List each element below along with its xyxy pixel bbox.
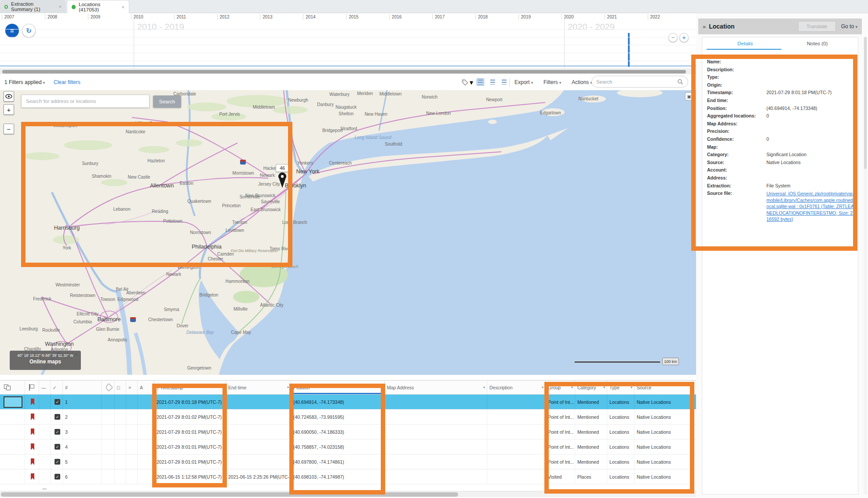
table-row[interactable]: ✓32021-07-29 8:01:01 PM(UTC-7)(40.690050…: [0, 425, 696, 439]
timeline-zoom-in-button[interactable]: +: [679, 33, 689, 42]
column-header-source[interactable]: Source: [635, 381, 693, 394]
map-city-label: Long Branch: [282, 220, 307, 225]
bookmark-icon[interactable]: [31, 414, 34, 420]
map-city-label: York: [62, 245, 71, 250]
tab-locations[interactable]: Locations (417053) ×: [67, 0, 129, 13]
tab-details[interactable]: Details: [737, 41, 753, 46]
table-search-box[interactable]: [591, 76, 688, 88]
column-header-dash[interactable]: —: [39, 381, 51, 394]
year-tick: [217, 14, 218, 20]
tab-extraction-summary[interactable]: Extraction Summary (1) ×: [0, 0, 66, 13]
scrollbar-thumb[interactable]: [864, 37, 867, 169]
timeline-legend-button[interactable]: ≡: [5, 24, 19, 37]
cell-timestamp: 2021-07-29 8:01:01 PM(UTC-7): [154, 425, 226, 439]
goto-dropdown[interactable]: Go to ▾: [841, 23, 857, 29]
map-search-box[interactable]: [21, 95, 150, 108]
map-cluster-count[interactable]: 46: [276, 164, 289, 172]
map-view[interactable]: New YorkBrooklynPhiladelphiaBaltimoreWas…: [0, 90, 696, 375]
filter-caret-icon[interactable]: ▾: [631, 385, 632, 389]
column-header-description[interactable]: Description▾: [487, 381, 546, 394]
table-row-partial[interactable]: —: [0, 484, 696, 491]
row-checkbox[interactable]: ✓: [55, 444, 60, 450]
scrollbar-thumb[interactable]: [1, 492, 458, 497]
timeline-refresh-button[interactable]: ↻: [22, 24, 36, 37]
timeline-scrollbar[interactable]: [0, 69, 696, 74]
row-checkbox[interactable]: ✓: [55, 414, 60, 420]
filter-caret-icon[interactable]: ▾: [483, 385, 485, 389]
tab-notes[interactable]: Notes (0): [807, 41, 828, 46]
map-overview-button[interactable]: ▣: [685, 92, 693, 100]
column-header-category[interactable]: Category▾: [575, 381, 607, 394]
row-checkbox[interactable]: ✓: [55, 459, 60, 465]
map-scale-bar: [574, 361, 660, 363]
bookmark-icon[interactable]: [31, 443, 34, 450]
view-table-button[interactable]: [477, 78, 484, 86]
bookmark-icon[interactable]: [31, 399, 34, 405]
column-header-chk[interactable]: ✓: [51, 381, 63, 394]
actions-menu[interactable]: Actions▾: [572, 79, 592, 85]
filter-caret-icon[interactable]: ▾: [571, 385, 573, 389]
close-tab-icon[interactable]: ×: [59, 4, 62, 9]
cell-source: Native Locations: [635, 425, 693, 439]
column-header-position[interactable]: Position▾: [291, 381, 385, 394]
close-tab-icon[interactable]: ×: [122, 4, 124, 10]
table-row[interactable]: ✓22021-07-29 8:01:02 PM(UTC-7)(40.724583…: [0, 410, 696, 425]
column-header-bm[interactable]: [25, 381, 39, 394]
column-header-timestamp[interactable]: ↓Timestamp▾: [154, 381, 226, 394]
view-conversation-button[interactable]: [500, 78, 508, 86]
table-row[interactable]: ✓62021-06-15 1:12:58 PM(UTC-7)2021-06-15…: [0, 469, 696, 484]
field-value: [766, 174, 857, 182]
scrollbar-thumb[interactable]: [2, 70, 686, 73]
table-row[interactable]: ✓52021-07-29 8:01:01 PM(UTC-7)(40.697800…: [0, 454, 696, 469]
row-checkbox[interactable]: ✓: [55, 474, 60, 480]
column-header-tag[interactable]: [102, 381, 115, 394]
filters-menu[interactable]: Filters▾: [543, 79, 561, 85]
row-checkbox[interactable]: ✓: [55, 399, 60, 405]
bookmark-icon[interactable]: [31, 428, 34, 435]
column-header-num[interactable]: #: [63, 381, 102, 394]
column-header-group[interactable]: Group▾: [546, 381, 575, 394]
year-tick: [303, 14, 303, 20]
year-tick: [174, 14, 175, 20]
detail-field-row: Name:: [707, 58, 862, 66]
filter-caret-icon[interactable]: ▾: [287, 385, 289, 389]
toolbar: 1 Filters applied▾ Clear filters ▾ Expor…: [0, 74, 696, 90]
column-header-type[interactable]: Type▾: [607, 381, 635, 394]
column-header-box[interactable]: □: [115, 381, 126, 394]
translate-button[interactable]: Translate: [798, 21, 836, 32]
timeline-zoom-out-button[interactable]: −: [668, 33, 678, 42]
row-checkbox[interactable]: ✓: [55, 429, 60, 435]
filter-caret-icon[interactable]: ▾: [542, 385, 543, 389]
map-search-button[interactable]: Search: [153, 95, 181, 108]
column-header-xcol[interactable]: ×: [126, 381, 138, 394]
clear-filters-link[interactable]: Clear filters: [54, 79, 80, 85]
map-visibility-button[interactable]: [4, 91, 14, 102]
filter-caret-icon[interactable]: ▾: [603, 385, 605, 389]
column-header-end_time[interactable]: End time▾: [226, 381, 291, 394]
table-horizontal-scrollbar[interactable]: [0, 491, 696, 497]
bookmark-icon[interactable]: [31, 458, 34, 465]
source-file-link[interactable]: Universal_iOS Generic.zip/root/private/v…: [766, 190, 857, 223]
filters-applied-dropdown[interactable]: 1 Filters applied▾: [4, 79, 45, 85]
view-thumbnail-button[interactable]: [489, 78, 496, 86]
map-city-label: Bridgeton: [200, 293, 219, 297]
column-header-acol[interactable]: A: [138, 381, 154, 394]
export-menu[interactable]: Export▾: [514, 79, 533, 85]
map-zoom-in-button[interactable]: +: [4, 104, 14, 115]
details-panel-header: » Location Translate Go to ▾: [698, 18, 862, 34]
column-header-map_address[interactable]: Map Address▾: [385, 381, 487, 394]
table-row[interactable]: ✓42021-07-29 8:01:01 PM(UTC-7)(40.758857…: [0, 439, 696, 454]
panel-scrollbar[interactable]: [864, 37, 867, 494]
search-input[interactable]: [596, 79, 677, 84]
online-maps-button[interactable]: Online maps: [10, 359, 80, 365]
map-zoom-out-button[interactable]: −: [4, 124, 14, 134]
map-search-input[interactable]: [26, 99, 145, 104]
filter-caret-icon[interactable]: ▾: [222, 385, 224, 389]
table-row[interactable]: ✓12021-07-29 8:01:18 PM(UTC-7)(40.694914…: [0, 395, 696, 410]
tag-filter-button[interactable]: ▾: [462, 78, 473, 87]
bookmark-icon[interactable]: [31, 473, 34, 480]
filter-caret-icon[interactable]: ▾: [381, 385, 383, 389]
double-chevron-icon[interactable]: »: [703, 23, 706, 30]
column-header-sel[interactable]: [0, 381, 25, 394]
timeline-panel[interactable]: 2007200820092010201120122013201420152016…: [0, 13, 696, 69]
